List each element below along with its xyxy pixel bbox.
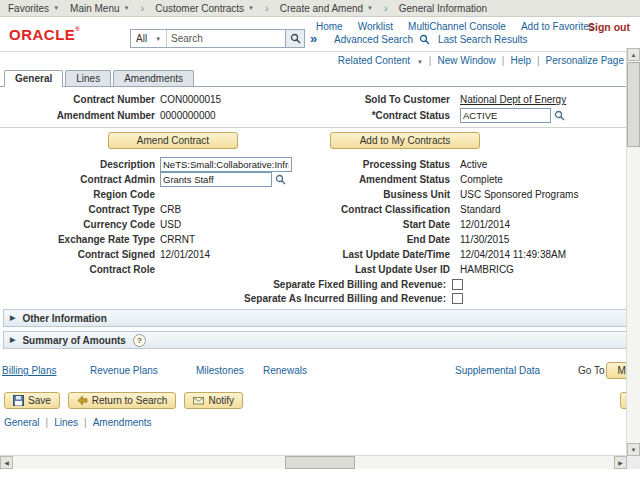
horizontal-scrollbar[interactable]: ◀ ▶ [0, 455, 627, 469]
lookup-icon [275, 174, 286, 185]
separate-fixed-checkbox[interactable] [452, 279, 463, 290]
home-link[interactable]: Home [316, 21, 343, 32]
add-to-favorites-link[interactable]: Add to Favorites [521, 21, 594, 32]
page-tabs: General Lines Amendments [0, 68, 640, 87]
peoplesoft-window: Favorites ▼ Main Menu ▼ › Customer Contr… [0, 0, 640, 480]
form-row: Contract Role Last Update User ID HAMBRI… [0, 262, 640, 277]
global-search: All ▼ » [130, 29, 317, 48]
footer-amendments-link[interactable]: Amendments [93, 417, 152, 428]
amendment-number-label: Amendment Number [0, 110, 160, 121]
separator: | [84, 417, 87, 428]
return-to-search-button[interactable]: Return to Search [68, 392, 177, 409]
search-box: All ▼ [130, 29, 286, 48]
breadcrumb-label: General Information [399, 3, 487, 14]
description-input[interactable] [160, 157, 292, 172]
search-button[interactable] [286, 29, 305, 48]
header-nav: Home Worklist MultiChannel Console Add t… [316, 21, 594, 32]
form-row: Region Code Business Unit USC Sponsored … [0, 187, 640, 202]
last-update-datetime-value: 12/04/2014 11:49:38AM [455, 249, 640, 260]
revenue-plans-link[interactable]: Revenue Plans [90, 365, 158, 376]
caret-down-icon: ▼ [417, 59, 423, 65]
search-scope-value: All [136, 33, 147, 44]
section-label: Other Information [22, 313, 106, 324]
separate-incurred-checkbox[interactable] [452, 293, 463, 304]
caret-down-icon: ▼ [367, 5, 373, 11]
sign-out-link[interactable]: Sign out [588, 21, 630, 33]
breadcrumb-item-main-menu[interactable]: Main Menu ▼ [70, 3, 129, 14]
divider [0, 127, 640, 128]
add-to-my-contracts-button[interactable]: Add to My Contracts [330, 132, 480, 149]
last-search-results-link[interactable]: Last Search Results [438, 34, 528, 45]
scroll-right-button[interactable]: ▶ [614, 456, 627, 469]
help-link[interactable]: Help [510, 55, 531, 66]
notify-button[interactable]: Notify [184, 392, 243, 409]
contract-admin-input[interactable] [160, 172, 272, 187]
related-links-row: Billing Plans Revenue Plans Milestones R… [0, 365, 640, 380]
processing-status-value: Active [455, 159, 640, 170]
search-expand-icon[interactable]: » [310, 31, 317, 46]
breadcrumb-label: Main Menu [70, 3, 119, 14]
form-row: Exchange Rate Type CRRNT End Date 11/30/… [0, 232, 640, 247]
multichannel-console-link[interactable]: MultiChannel Console [408, 21, 506, 32]
scroll-up-button[interactable]: ▲ [627, 48, 640, 61]
business-unit-value: USC Sponsored Programs [455, 189, 640, 200]
breadcrumb-item-create-and-amend[interactable]: Create and Amend ▼ [280, 3, 373, 14]
advanced-search-link[interactable]: Advanced Search [334, 34, 413, 45]
breadcrumb-item-favorites[interactable]: Favorites ▼ [8, 3, 59, 14]
contract-status-input[interactable] [460, 108, 551, 123]
tab-general[interactable]: General [4, 70, 63, 87]
milestones-link[interactable]: Milestones [196, 365, 244, 376]
last-update-user-value: HAMBRICG [455, 264, 640, 275]
breadcrumb-item-general-information[interactable]: General Information [399, 3, 487, 14]
help-icon[interactable]: ? [133, 334, 146, 347]
new-window-link[interactable]: New Window [437, 55, 495, 66]
save-button[interactable]: Save [4, 392, 60, 409]
oracle-logo: ORACLE® [9, 26, 80, 43]
footer-general-link[interactable]: General [4, 417, 40, 428]
action-buttons-row: Amend Contract Add to My Contracts [0, 131, 640, 150]
personalize-page-link[interactable]: Personalize Page [546, 55, 624, 66]
billing-plans-link[interactable]: Billing Plans [2, 365, 56, 376]
search-input[interactable] [167, 33, 285, 44]
scroll-down-button[interactable]: ▼ [627, 443, 640, 456]
last-search-icon [419, 34, 430, 45]
header: ORACLE® All ▼ » Advanced Search [0, 17, 640, 52]
caret-down-icon: ▼ [248, 5, 254, 11]
description-label: Description [0, 159, 160, 170]
section-summary-of-amounts[interactable]: ▶ Summary of Amounts ? [3, 331, 637, 349]
horizontal-scroll-thumb[interactable] [285, 456, 355, 469]
separator: | [429, 55, 432, 66]
search-scope-dropdown[interactable]: All ▼ [131, 30, 167, 47]
breadcrumb-item-customer-contracts[interactable]: Customer Contracts ▼ [155, 3, 254, 14]
section-other-information[interactable]: ▶ Other Information [3, 309, 637, 327]
search-icon [290, 33, 301, 44]
renewals-link[interactable]: Renewals [263, 365, 307, 376]
contract-type-label: Contract Type [0, 204, 160, 215]
sold-to-customer-value[interactable]: National Dept of Energy [460, 94, 566, 105]
worklist-link[interactable]: Worklist [358, 21, 393, 32]
contract-number-label: Contract Number [0, 94, 160, 105]
page-actions-bar: Related Content ▼ | New Window | Help | … [0, 52, 640, 68]
contract-status-label: *Contract Status [325, 110, 455, 121]
lookup-icon [554, 110, 565, 121]
supplemental-data-link[interactable]: Supplemental Data [455, 365, 540, 376]
end-date-value: 11/30/2015 [455, 234, 640, 245]
tab-lines[interactable]: Lines [65, 70, 111, 86]
vertical-scroll-thumb[interactable] [627, 62, 640, 147]
start-date-label: Start Date [325, 219, 455, 230]
amendment-status-value: Complete [455, 174, 640, 185]
registered-mark: ® [75, 26, 80, 32]
contract-status-lookup-button[interactable] [554, 110, 565, 121]
vertical-scrollbar[interactable]: ▲ ▼ [626, 48, 640, 456]
footer-tab-links: General | Lines | Amendments [4, 417, 640, 428]
go-to-label: Go To [578, 365, 605, 376]
amend-contract-button[interactable]: Amend Contract [108, 132, 238, 149]
footer-lines-link[interactable]: Lines [54, 417, 78, 428]
tab-amendments[interactable]: Amendments [113, 70, 194, 86]
contract-admin-lookup-button[interactable] [275, 174, 286, 185]
expand-triangle-icon: ▶ [10, 336, 15, 344]
separator: | [46, 417, 49, 428]
last-update-datetime-label: Last Update Date/Time [325, 249, 455, 260]
related-content-link[interactable]: Related Content ▼ [338, 55, 423, 66]
scroll-left-button[interactable]: ◀ [0, 456, 13, 469]
